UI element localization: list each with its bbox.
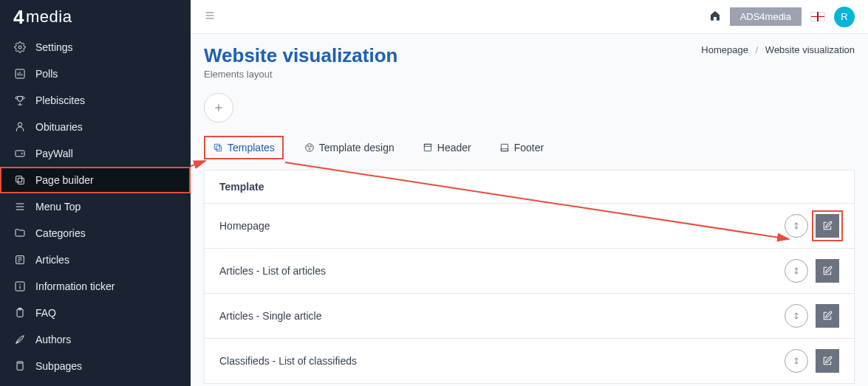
edit-button[interactable] (816, 349, 839, 373)
svg-point-32 (307, 145, 309, 147)
topbar: ADS4media R (191, 0, 868, 34)
breadcrumb-item[interactable]: Homepage (701, 44, 748, 55)
hamburger-icon[interactable] (204, 10, 216, 24)
sidebar-item-settings[interactable]: Settings (0, 34, 191, 61)
svg-rect-38 (501, 149, 508, 151)
edit-icon (822, 311, 833, 321)
gear-icon (13, 41, 27, 54)
svg-rect-6 (16, 151, 24, 156)
svg-point-19 (20, 284, 21, 285)
language-flag-icon[interactable] (810, 12, 825, 21)
reorder-button[interactable] (785, 259, 808, 283)
row-label: Classifieds - List of classifieds (219, 355, 357, 367)
table-row: Classifieds - List of classifieds (205, 338, 854, 383)
sidebar-item-paywall[interactable]: PayWall (0, 140, 191, 167)
tab-label: Template design (319, 142, 394, 154)
tab-header[interactable]: Header (415, 137, 479, 158)
tab-templates[interactable]: Templates (204, 136, 284, 159)
edit-button[interactable] (816, 259, 839, 283)
reorder-button[interactable] (785, 214, 808, 238)
svg-rect-30 (216, 146, 222, 151)
design-icon (304, 142, 315, 153)
edit-button[interactable] (816, 214, 839, 238)
sidebar-item-menu-top[interactable]: Menu Top (0, 193, 191, 220)
sidebar-item-label: Information ticker (35, 280, 115, 292)
account-badge[interactable]: ADS4media (730, 7, 802, 26)
sidebar-item-label: FAQ (35, 307, 56, 319)
sidebar-item-label: Polls (35, 68, 58, 80)
breadcrumb-item: Website visualization (765, 44, 855, 55)
move-vertical-icon (791, 356, 802, 366)
reorder-button[interactable] (785, 304, 808, 328)
sidebar-item-label: PayWall (35, 148, 73, 159)
edit-button[interactable] (816, 304, 839, 328)
sidebar-item-categories[interactable]: Categories (0, 220, 191, 247)
page-title: Website visualization (204, 44, 397, 67)
tab-template-design[interactable]: Template design (297, 137, 402, 158)
menu-icon (13, 200, 27, 213)
avatar[interactable]: R (834, 7, 855, 27)
sidebar-item-information-ticker[interactable]: Information ticker (0, 273, 191, 300)
svg-rect-9 (18, 178, 24, 184)
templates-panel: Template Homepage Articles - List of art… (204, 170, 855, 384)
panel-heading: Template (205, 170, 854, 203)
edit-icon (822, 221, 833, 231)
svg-point-7 (21, 153, 22, 154)
svg-point-5 (18, 123, 21, 126)
move-vertical-icon (791, 311, 802, 321)
logo-text: media (26, 7, 72, 27)
sidebar-item-label: Categories (35, 227, 86, 239)
page-subtitle: Elements layout (204, 69, 397, 80)
row-label: Articles - Single article (219, 310, 322, 322)
move-vertical-icon (791, 221, 802, 231)
table-row: Articles - Single article (205, 293, 854, 338)
logo-mark: 4 (13, 6, 24, 29)
sidebar-item-polls[interactable]: Polls (0, 61, 191, 87)
sidebar-item-articles[interactable]: Articles (0, 247, 191, 273)
bar-chart-icon (13, 67, 27, 80)
tab-label: Footer (514, 142, 544, 154)
person-icon (13, 120, 27, 134)
breadcrumb-separator: / (756, 44, 759, 55)
add-button[interactable] (204, 93, 233, 123)
sidebar-item-page-builder[interactable]: Page builder (0, 167, 191, 193)
folder-icon (13, 227, 27, 240)
newspaper-icon (13, 253, 27, 266)
tabs: Templates Template design Header Footer (204, 136, 855, 167)
svg-rect-29 (214, 144, 219, 149)
plus-icon (213, 102, 225, 114)
sidebar-item-subpages[interactable]: Subpages (0, 353, 191, 379)
svg-point-33 (310, 145, 312, 147)
sidebar-item-label: Authors (35, 334, 71, 345)
tab-footer[interactable]: Footer (492, 137, 551, 158)
sidebar-item-obituaries[interactable]: Obituaries (0, 114, 191, 140)
sidebar-item-label: Plebiscites (35, 94, 85, 106)
svg-rect-23 (17, 363, 23, 370)
home-icon[interactable] (709, 10, 721, 24)
svg-point-34 (309, 148, 310, 150)
wallet-icon (13, 147, 27, 160)
tab-label: Templates (228, 142, 275, 154)
reorder-button[interactable] (785, 349, 808, 373)
trophy-icon (13, 94, 27, 107)
pages-icon (13, 359, 27, 373)
table-row: Homepage (205, 203, 854, 248)
row-label: Homepage (219, 220, 270, 232)
sidebar-item-plebiscites[interactable]: Plebiscites (0, 87, 191, 114)
row-label: Articles - List of articles (219, 265, 326, 277)
sidebar-item-authors[interactable]: Authors (0, 326, 191, 353)
sidebar: 4media Settings Polls Plebiscites Obitua… (0, 0, 191, 386)
sidebar-item-faq[interactable]: FAQ (0, 300, 191, 326)
main-content: Website visualization Elements layout Ho… (191, 34, 868, 386)
move-vertical-icon (791, 266, 802, 276)
feather-icon (13, 333, 27, 346)
svg-rect-37 (501, 144, 508, 151)
sidebar-item-label: Menu Top (35, 201, 81, 213)
footer-icon (499, 142, 510, 153)
sidebar-item-label: Articles (35, 254, 69, 266)
svg-rect-8 (16, 176, 22, 182)
svg-rect-35 (424, 144, 431, 151)
svg-point-31 (306, 144, 314, 152)
svg-rect-36 (424, 144, 431, 146)
info-icon (13, 280, 27, 293)
